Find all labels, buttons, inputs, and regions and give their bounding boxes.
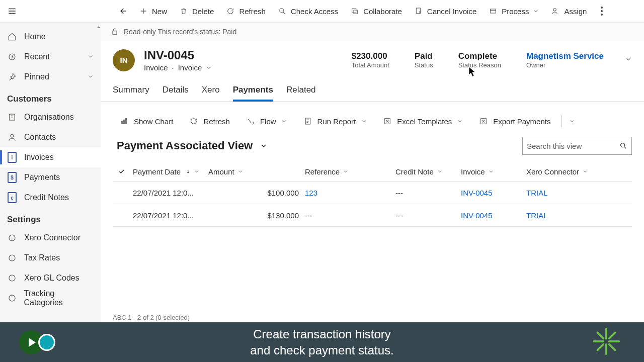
cell-date: 22/07/2021 12:0... [131, 189, 208, 197]
cell-invoice[interactable]: INV-0045 [461, 189, 526, 197]
sidebar-item-recent[interactable]: Recent [0, 47, 101, 67]
delete-button[interactable]: Delete [173, 1, 220, 21]
caption-line1: Create transaction history [253, 327, 390, 341]
view-selector[interactable]: Payment Associated View [117, 139, 268, 152]
chart-icon [120, 117, 129, 126]
grid-status-footer: ABC 1 - 2 of 2 (0 selected) [113, 314, 190, 321]
record-avatar: IN [113, 49, 135, 71]
header-expand-chevron[interactable] [625, 56, 632, 65]
subgrid-refresh-button[interactable]: Refresh [182, 114, 237, 129]
sidebar-item-contacts[interactable]: Contacts [0, 127, 101, 147]
sidebar-item-pinned[interactable]: Pinned [0, 67, 101, 87]
cancel-invoice-button[interactable]: Cancel Invoice [408, 1, 482, 21]
cancel-doc-icon [414, 7, 423, 16]
col-reference[interactable]: Reference [305, 167, 395, 176]
svg-point-12 [9, 235, 15, 241]
sidebar-item-xero-connector[interactable]: Xero Connector [0, 228, 101, 248]
chevron-down-icon [569, 118, 575, 124]
sidebar-item-credit-notes[interactable]: c Credit Notes [0, 188, 101, 208]
tab-details[interactable]: Details [163, 80, 189, 101]
col-credit-note-label: Credit Note [395, 167, 434, 176]
sidebar-item-invoices[interactable]: i Invoices [0, 147, 101, 167]
svg-rect-2 [354, 10, 357, 14]
col-amount[interactable]: Amount [208, 167, 305, 176]
col-xero-connector[interactable]: Xero Connector [526, 167, 597, 176]
run-report-button[interactable]: Run Report [296, 114, 374, 129]
col-payment-date[interactable]: Payment Date [131, 167, 208, 176]
chevron-down-icon [533, 8, 539, 14]
excel-templates-button[interactable]: Excel Templates [376, 114, 470, 129]
grid-row[interactable]: 22/07/2021 12:0... $100.000 123 --- INV-… [113, 182, 632, 204]
sidebar-section-settings: Settings [0, 208, 101, 228]
sidebar-item-payments[interactable]: $ Payments [0, 167, 101, 188]
stat-total-amount: $230.000 Total Amount [352, 51, 389, 69]
excel-icon [383, 117, 392, 126]
connector-icon [7, 233, 17, 243]
collaborate-button[interactable]: Collaborate [344, 1, 408, 21]
tab-summary[interactable]: Summary [113, 80, 149, 101]
cell-amount: $100.000 [208, 189, 305, 197]
export-dropdown-button[interactable] [566, 115, 578, 127]
subgrid-refresh-label: Refresh [203, 117, 230, 126]
assign-button[interactable]: Assign [545, 1, 593, 21]
tax-icon [7, 253, 17, 263]
tab-related[interactable]: Related [286, 80, 316, 101]
hamburger-icon [8, 7, 17, 16]
record-title: INV-0045 [144, 48, 212, 62]
tab-payments[interactable]: Payments [233, 80, 273, 101]
chevron-down-icon [343, 168, 349, 174]
stat-owner[interactable]: Magnetism Service Owner [526, 51, 604, 69]
readonly-text: Read-only This record's status: Paid [124, 28, 236, 36]
process-icon [489, 7, 498, 16]
select-all-checkbox[interactable] [113, 168, 131, 175]
new-button[interactable]: New [133, 1, 173, 21]
owner-label: Owner [526, 61, 604, 69]
sidebar-item-home[interactable]: Home [0, 27, 101, 47]
chevron-down-icon [281, 118, 287, 124]
tab-xero[interactable]: Xero [202, 80, 220, 101]
flow-button[interactable]: Flow [239, 114, 294, 129]
process-button[interactable]: Process [482, 1, 545, 21]
more-commands-button[interactable] [593, 1, 611, 21]
col-invoice-label: Invoice [461, 167, 485, 176]
right-brand-logo [591, 326, 622, 359]
cancel-invoice-label: Cancel Invoice [427, 7, 476, 16]
cell-xero-connector[interactable]: TRIAL [526, 211, 597, 220]
sidebar-xero-connector-label: Xero Connector [24, 233, 80, 242]
svg-point-11 [11, 134, 14, 137]
cell-reference[interactable]: 123 [305, 189, 395, 197]
col-invoice[interactable]: Invoice [461, 167, 526, 176]
refresh-icon [189, 117, 198, 126]
sidebar-section-customers: Customers [0, 87, 101, 107]
show-chart-button[interactable]: Show Chart [113, 114, 180, 129]
sort-down-icon [186, 168, 191, 175]
cell-invoice[interactable]: INV-0045 [461, 211, 526, 220]
stat-status: Paid Status [415, 51, 433, 69]
status-reason-label: Status Reason [458, 61, 501, 69]
check-access-button[interactable]: Check Access [272, 1, 344, 21]
subgrid-divider [561, 115, 562, 127]
sidebar-item-tracking-categories[interactable]: Tracking Categories [0, 288, 101, 308]
tracking-icon [7, 293, 17, 303]
cell-xero-connector[interactable]: TRIAL [526, 189, 597, 197]
refresh-button[interactable]: Refresh [220, 1, 272, 21]
export-payments-label: Export Payments [493, 117, 550, 126]
content-area: Read-only This record's status: Paid IN … [101, 23, 644, 322]
col-credit-note[interactable]: Credit Note [395, 167, 461, 176]
sidebar-item-organisations[interactable]: Organisations [0, 107, 101, 127]
chevron-down-icon [260, 142, 268, 150]
export-payments-button[interactable]: Export Payments [472, 114, 557, 129]
chevron-down-icon [194, 168, 200, 174]
search-this-view[interactable]: Search this view [522, 137, 632, 155]
record-header: IN INV-0045 Invoice · Invoice $230.000 T… [101, 41, 644, 77]
sidebar-item-tax-rates[interactable]: Tax Rates [0, 248, 101, 268]
chevron-down-icon [88, 72, 94, 81]
collaborate-label: Collaborate [363, 7, 402, 16]
key-search-icon [278, 7, 287, 16]
grid-row[interactable]: 22/07/2021 12:0... $130.000 --- --- INV-… [113, 204, 632, 227]
hamburger-menu[interactable] [3, 2, 21, 20]
back-button[interactable] [113, 1, 133, 21]
check-access-label: Check Access [291, 7, 338, 16]
sidebar-item-xero-gl-codes[interactable]: Xero GL Codes [0, 268, 101, 288]
chevron-down-icon[interactable] [206, 65, 212, 71]
